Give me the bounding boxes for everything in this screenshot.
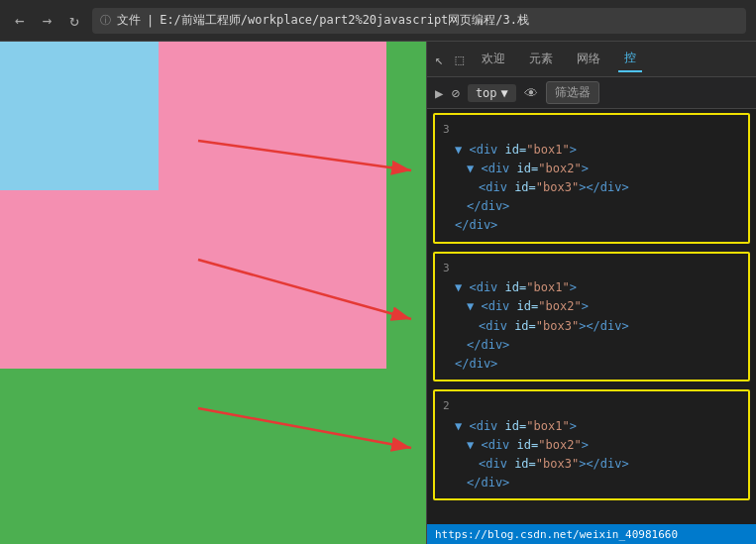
webpage-preview <box>0 42 426 544</box>
refresh-button[interactable]: ↻ <box>64 9 84 32</box>
code-line-3-2: ▼ <div id="box2"> <box>443 436 740 455</box>
code-line-2-3: <div id="box3"></div> <box>443 317 740 336</box>
code-block-2: 3 ▼ <div id="box1"> ▼ <div id="box2"> <d… <box>433 252 750 382</box>
code-block-1: 3 ▼ <div id="box1"> ▼ <div id="box2"> <d… <box>433 113 750 244</box>
code-line-2-4: </div> <box>443 336 740 355</box>
code-line-2-2: ▼ <div id="box2"> <box>443 297 740 316</box>
status-bar: https://blog.csdn.net/weixin_40981660 <box>427 524 756 544</box>
back-button[interactable]: ← <box>10 9 30 32</box>
code-line-1-4: </div> <box>443 197 740 216</box>
dropdown-icon: ▼ <box>501 86 508 100</box>
devtools-panel: ↖ ⬚ 欢迎 元素 网络 控 ▶ ⊘ top ▼ 👁 筛选器 3 ▼ <div … <box>426 42 756 544</box>
devtools-subtoolbar: ▶ ⊘ top ▼ 👁 筛选器 <box>427 77 756 109</box>
devtools-toolbar: ↖ ⬚ 欢迎 元素 网络 控 <box>427 42 756 77</box>
address-bar[interactable]: ⓘ 文件 | E:/前端工程师/workplace/part2%20javasc… <box>92 8 746 34</box>
line-number-3: 2 <box>443 397 740 415</box>
separator: | <box>147 14 154 28</box>
code-line-1-2: ▼ <div id="box2"> <box>443 160 740 178</box>
code-line-3-3: <div id="box3"></div> <box>443 455 740 474</box>
code-line-2-5: </div> <box>443 355 740 374</box>
cursor-icon[interactable]: ↖ <box>435 52 443 67</box>
box3 <box>0 42 159 190</box>
code-panels: 3 ▼ <div id="box1"> ▼ <div id="box2"> <d… <box>427 109 756 524</box>
play-icon[interactable]: ▶ <box>435 85 443 101</box>
tab-console[interactable]: 控 <box>618 46 642 72</box>
code-block-3: 2 ▼ <div id="box1"> ▼ <div id="box2"> <d… <box>433 389 750 500</box>
tab-elements[interactable]: 元素 <box>523 47 559 71</box>
tab-welcome[interactable]: 欢迎 <box>476 47 511 71</box>
code-line-3-4: </div> <box>443 474 740 492</box>
code-line-1-3: <div id="box3"></div> <box>443 178 740 197</box>
filter-button[interactable]: 筛选器 <box>546 81 599 104</box>
box1 <box>0 42 426 544</box>
browser-chrome: ← → ↻ ⓘ 文件 | E:/前端工程师/workplace/part2%20… <box>0 0 756 42</box>
code-line-3-1: ▼ <div id="box1"> <box>443 417 740 436</box>
tab-network[interactable]: 网络 <box>571 47 606 71</box>
address-url: E:/前端工程师/workplace/part2%20javascript网页编… <box>160 12 529 29</box>
main-area: ↖ ⬚ 欢迎 元素 网络 控 ▶ ⊘ top ▼ 👁 筛选器 3 ▼ <div … <box>0 42 756 544</box>
code-line-1-1: ▼ <div id="box1"> <box>443 141 740 160</box>
line-number-1: 3 <box>443 121 740 139</box>
forward-button[interactable]: → <box>38 9 57 32</box>
copy-icon[interactable]: ⬚ <box>455 52 463 67</box>
top-label: top <box>476 86 497 100</box>
eye-icon[interactable]: 👁 <box>524 85 538 101</box>
status-url: https://blog.csdn.net/weixin_40981660 <box>435 528 678 541</box>
box2 <box>0 42 386 369</box>
code-line-2-1: ▼ <div id="box1"> <box>443 278 740 297</box>
line-number-2: 3 <box>443 260 740 277</box>
top-selector[interactable]: top ▼ <box>468 84 516 102</box>
code-line-1-5: </div> <box>443 216 740 235</box>
block-icon[interactable]: ⊘ <box>451 85 459 101</box>
info-icon: ⓘ <box>100 13 111 28</box>
file-label: 文件 <box>117 12 141 29</box>
